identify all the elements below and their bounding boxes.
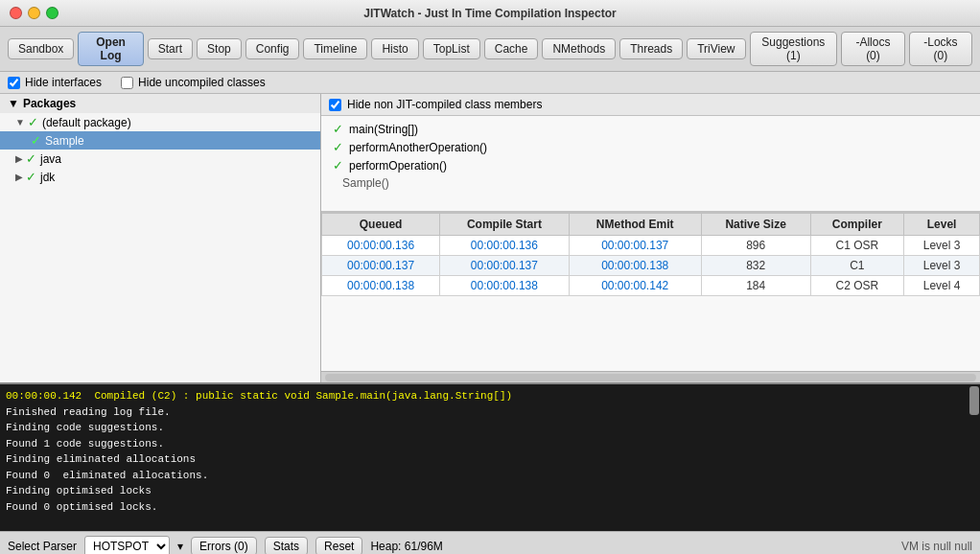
minimize-button[interactable] bbox=[28, 7, 40, 19]
check-default-icon: ✓ bbox=[28, 115, 38, 129]
sandbox-button[interactable]: Sandbox bbox=[8, 38, 74, 59]
log-content: 00:00:00.142 Compiled (C2) : public stat… bbox=[6, 388, 974, 515]
table-row[interactable]: 00:00:00.13600:00:00.13600:00:00.137896C… bbox=[322, 236, 980, 256]
jit-filter-bar: Hide non JIT-compiled class members bbox=[321, 94, 980, 116]
log-line: Finished reading log file. bbox=[6, 404, 974, 421]
dropdown-icon: ▾ bbox=[177, 540, 183, 553]
hide-interfaces-filter[interactable]: Hide interfaces bbox=[8, 76, 102, 89]
log-area[interactable]: 00:00:00.142 Compiled (C2) : public stat… bbox=[0, 382, 980, 531]
suggestions-button[interactable]: Suggestions (1) bbox=[750, 32, 838, 66]
toplist-button[interactable]: TopList bbox=[423, 38, 480, 59]
member-main[interactable]: ✓ main(String[]) bbox=[321, 120, 980, 138]
app-title: JITWatch - Just In Time Compilation Insp… bbox=[363, 7, 616, 20]
col-compile-start: Compile Start bbox=[440, 214, 569, 236]
hide-interfaces-checkbox[interactable] bbox=[8, 77, 20, 89]
packages-label: Packages bbox=[23, 97, 76, 110]
heap-label: Heap: 61/96M bbox=[370, 540, 442, 553]
stop-button[interactable]: Stop bbox=[197, 38, 242, 59]
right-panel: Hide non JIT-compiled class members ✓ ma… bbox=[321, 94, 980, 382]
col-queued: Queued bbox=[322, 214, 440, 236]
allocs-button[interactable]: -Allocs (0) bbox=[841, 32, 905, 66]
col-nmethod-emit: NMethod Emit bbox=[569, 214, 701, 236]
window-controls[interactable] bbox=[10, 7, 58, 19]
threads-button[interactable]: Threads bbox=[619, 38, 683, 59]
expand-default-icon: ▼ bbox=[15, 117, 25, 127]
log-scroll-thumb[interactable] bbox=[969, 386, 979, 415]
table-row[interactable]: 00:00:00.13700:00:00.13700:00:00.138832C… bbox=[322, 256, 980, 276]
log-line: Finding code suggestions. bbox=[6, 420, 974, 436]
timeline-button[interactable]: Timeline bbox=[303, 38, 367, 59]
open-log-button[interactable]: Open Log bbox=[78, 32, 143, 66]
triview-button[interactable]: TriView bbox=[687, 38, 745, 59]
filter-bar: Hide interfaces Hide uncompiled classes bbox=[0, 72, 980, 94]
hscroll-track bbox=[325, 374, 976, 381]
member-main-label: main(String[]) bbox=[349, 123, 418, 136]
member-perform-another[interactable]: ✓ performAnotherOperation() bbox=[321, 138, 980, 156]
toolbar: SandboxOpen LogStartStopConfigTimelineHi… bbox=[0, 27, 980, 72]
expand-icon: ▼ bbox=[8, 97, 19, 110]
log-line: 00:00:00.142 Compiled (C2) : public stat… bbox=[6, 388, 974, 404]
hide-uncompiled-label: Hide uncompiled classes bbox=[138, 76, 266, 89]
check-sample-icon: ✓ bbox=[31, 133, 41, 148]
locks-button[interactable]: -Locks (0) bbox=[909, 32, 972, 66]
member-sample-label: Sample() bbox=[342, 176, 389, 190]
tree-item-default-package[interactable]: ▼ ✓ (default package) bbox=[0, 113, 320, 131]
log-line: Found 0 optimised locks. bbox=[6, 499, 974, 516]
select-parser-label: Select Parser bbox=[8, 540, 77, 553]
errors-button[interactable]: Errors (0) bbox=[191, 537, 257, 555]
tree-item-jdk[interactable]: ▶ ✓ jdk bbox=[0, 168, 320, 186]
col-native-size: Native Size bbox=[701, 214, 810, 236]
compilation-table[interactable]: Queued Compile Start NMethod Emit Native… bbox=[321, 212, 980, 371]
left-panel: ▼ Packages ▼ ✓ (default package) ✓ Sampl… bbox=[0, 94, 321, 382]
horizontal-scrollbar[interactable] bbox=[321, 371, 980, 382]
member-sample-constructor[interactable]: Sample() bbox=[321, 174, 980, 192]
check-jdk-icon: ✓ bbox=[26, 170, 36, 184]
expand-java-icon: ▶ bbox=[15, 153, 23, 164]
check-perform-op-icon: ✓ bbox=[333, 158, 343, 173]
tree-item-sample[interactable]: ✓ Sample bbox=[0, 131, 320, 150]
java-label: java bbox=[40, 152, 61, 166]
reset-button[interactable]: Reset bbox=[315, 537, 362, 555]
col-level: Level bbox=[904, 214, 980, 236]
histo-button[interactable]: Histo bbox=[371, 38, 418, 59]
cache-button[interactable]: Cache bbox=[484, 38, 539, 59]
member-perform-another-label: performAnotherOperation() bbox=[349, 141, 487, 154]
status-bar: Select Parser HOTSPOT ▾ Errors (0) Stats… bbox=[0, 531, 980, 554]
expand-jdk-icon: ▶ bbox=[15, 172, 23, 182]
hide-non-jit-label: Hide non JIT-compiled class members bbox=[347, 98, 542, 111]
nmethods-button[interactable]: NMethods bbox=[542, 38, 616, 59]
log-line: Found 0 eliminated allocations. bbox=[6, 468, 974, 484]
check-main-icon: ✓ bbox=[333, 122, 343, 136]
config-button[interactable]: Config bbox=[245, 38, 300, 59]
packages-header: ▼ Packages bbox=[0, 94, 320, 113]
tree-item-java[interactable]: ▶ ✓ java bbox=[0, 150, 320, 168]
compilations-data-table: Queued Compile Start NMethod Emit Native… bbox=[321, 213, 980, 296]
default-package-label: (default package) bbox=[42, 116, 131, 129]
member-perform-op[interactable]: ✓ performOperation() bbox=[321, 156, 980, 174]
hide-uncompiled-checkbox[interactable] bbox=[121, 77, 133, 89]
title-bar: JITWatch - Just In Time Compilation Insp… bbox=[0, 0, 980, 27]
start-button[interactable]: Start bbox=[148, 38, 193, 59]
vm-status: VM is null null bbox=[901, 540, 972, 553]
member-list: ✓ main(String[]) ✓ performAnotherOperati… bbox=[321, 116, 980, 212]
hide-non-jit-checkbox[interactable] bbox=[329, 99, 341, 111]
jdk-label: jdk bbox=[40, 171, 55, 184]
content-area: ▼ Packages ▼ ✓ (default package) ✓ Sampl… bbox=[0, 94, 980, 382]
close-button[interactable] bbox=[10, 7, 22, 19]
check-java-icon: ✓ bbox=[26, 151, 36, 166]
log-line: Finding optimised locks bbox=[6, 483, 974, 499]
hide-uncompiled-filter[interactable]: Hide uncompiled classes bbox=[121, 76, 266, 89]
member-perform-op-label: performOperation() bbox=[349, 159, 447, 173]
parser-select[interactable]: HOTSPOT bbox=[84, 536, 170, 555]
stats-button[interactable]: Stats bbox=[265, 537, 308, 555]
col-compiler: Compiler bbox=[810, 214, 904, 236]
table-row[interactable]: 00:00:00.13800:00:00.13800:00:00.142184C… bbox=[322, 276, 980, 296]
maximize-button[interactable] bbox=[46, 7, 58, 19]
sample-label: Sample bbox=[45, 134, 84, 148]
hide-interfaces-label: Hide interfaces bbox=[25, 76, 102, 89]
log-line: Found 1 code suggestions. bbox=[6, 436, 974, 452]
log-line: Finding eliminated allocations bbox=[6, 451, 974, 468]
check-perform-another-icon: ✓ bbox=[333, 140, 343, 154]
